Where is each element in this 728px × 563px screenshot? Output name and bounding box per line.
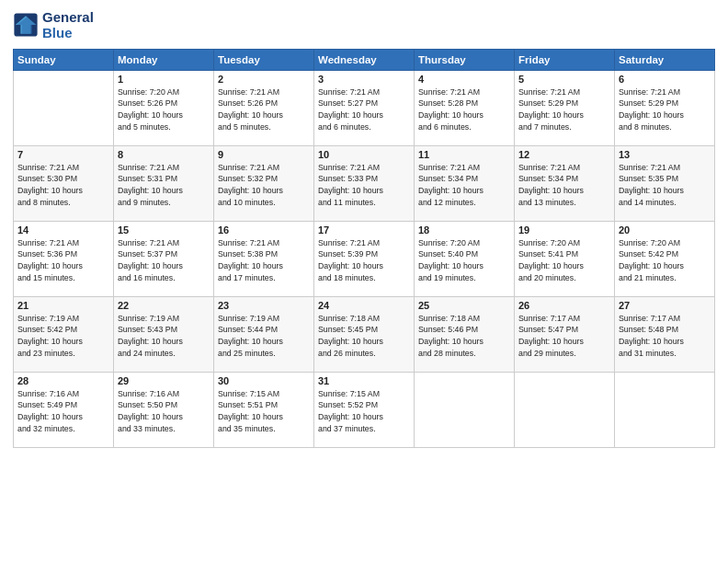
calendar-cell: 1Sunrise: 7:20 AM Sunset: 5:26 PM Daylig… <box>114 70 214 145</box>
day-info: Sunrise: 7:15 AM Sunset: 5:51 PM Dayligh… <box>218 388 310 435</box>
calendar-cell: 4Sunrise: 7:21 AM Sunset: 5:28 PM Daylig… <box>415 70 515 145</box>
calendar-week-5: 28Sunrise: 7:16 AM Sunset: 5:49 PM Dayli… <box>14 372 715 447</box>
calendar-cell <box>515 372 615 447</box>
day-info: Sunrise: 7:18 AM Sunset: 5:46 PM Dayligh… <box>418 313 510 360</box>
calendar-cell: 27Sunrise: 7:17 AM Sunset: 5:48 PM Dayli… <box>615 296 715 372</box>
day-number: 1 <box>118 74 210 85</box>
day-info: Sunrise: 7:19 AM Sunset: 5:44 PM Dayligh… <box>218 313 310 360</box>
logo-text: General Blue <box>42 9 94 41</box>
calendar-cell: 31Sunrise: 7:15 AM Sunset: 5:52 PM Dayli… <box>314 372 415 447</box>
calendar-cell <box>14 70 114 145</box>
calendar-cell: 9Sunrise: 7:21 AM Sunset: 5:32 PM Daylig… <box>214 145 314 221</box>
calendar-cell: 24Sunrise: 7:18 AM Sunset: 5:45 PM Dayli… <box>314 296 415 372</box>
day-info: Sunrise: 7:21 AM Sunset: 5:35 PM Dayligh… <box>619 162 711 209</box>
page-header: General Blue <box>13 9 715 41</box>
logo: General Blue <box>13 9 94 41</box>
calendar-body: 1Sunrise: 7:20 AM Sunset: 5:26 PM Daylig… <box>14 70 715 447</box>
calendar-cell: 28Sunrise: 7:16 AM Sunset: 5:49 PM Dayli… <box>14 372 114 447</box>
day-info: Sunrise: 7:21 AM Sunset: 5:39 PM Dayligh… <box>318 237 410 284</box>
calendar-cell: 22Sunrise: 7:19 AM Sunset: 5:43 PM Dayli… <box>114 296 214 372</box>
day-number: 16 <box>218 224 310 236</box>
day-number: 24 <box>318 300 410 311</box>
day-info: Sunrise: 7:21 AM Sunset: 5:29 PM Dayligh… <box>518 86 610 133</box>
day-number: 7 <box>17 149 109 160</box>
calendar-cell: 18Sunrise: 7:20 AM Sunset: 5:40 PM Dayli… <box>415 221 515 296</box>
day-info: Sunrise: 7:21 AM Sunset: 5:30 PM Dayligh… <box>17 162 109 209</box>
day-info: Sunrise: 7:17 AM Sunset: 5:47 PM Dayligh… <box>518 313 610 360</box>
day-number: 20 <box>619 224 711 236</box>
day-number: 3 <box>318 74 410 85</box>
calendar-cell: 29Sunrise: 7:16 AM Sunset: 5:50 PM Dayli… <box>114 372 214 447</box>
calendar-week-2: 7Sunrise: 7:21 AM Sunset: 5:30 PM Daylig… <box>14 145 715 221</box>
calendar-cell <box>415 372 515 447</box>
day-info: Sunrise: 7:21 AM Sunset: 5:38 PM Dayligh… <box>218 237 310 284</box>
calendar-cell: 10Sunrise: 7:21 AM Sunset: 5:33 PM Dayli… <box>314 145 415 221</box>
day-number: 4 <box>418 74 510 85</box>
day-info: Sunrise: 7:21 AM Sunset: 5:34 PM Dayligh… <box>418 162 510 209</box>
day-number: 22 <box>118 300 210 311</box>
header-friday: Friday <box>515 49 615 70</box>
calendar-cell <box>615 372 715 447</box>
calendar-cell: 23Sunrise: 7:19 AM Sunset: 5:44 PM Dayli… <box>214 296 314 372</box>
day-number: 26 <box>518 300 610 311</box>
day-info: Sunrise: 7:21 AM Sunset: 5:27 PM Dayligh… <box>318 86 410 133</box>
calendar-cell: 13Sunrise: 7:21 AM Sunset: 5:35 PM Dayli… <box>615 145 715 221</box>
day-info: Sunrise: 7:20 AM Sunset: 5:40 PM Dayligh… <box>418 237 510 284</box>
day-number: 28 <box>17 375 109 386</box>
day-info: Sunrise: 7:21 AM Sunset: 5:28 PM Dayligh… <box>418 86 510 133</box>
day-info: Sunrise: 7:21 AM Sunset: 5:34 PM Dayligh… <box>518 162 610 209</box>
calendar-cell: 20Sunrise: 7:20 AM Sunset: 5:42 PM Dayli… <box>615 221 715 296</box>
calendar-week-3: 14Sunrise: 7:21 AM Sunset: 5:36 PM Dayli… <box>14 221 715 296</box>
day-info: Sunrise: 7:21 AM Sunset: 5:37 PM Dayligh… <box>118 237 210 284</box>
calendar-cell: 12Sunrise: 7:21 AM Sunset: 5:34 PM Dayli… <box>515 145 615 221</box>
day-number: 31 <box>318 375 410 386</box>
day-info: Sunrise: 7:21 AM Sunset: 5:32 PM Dayligh… <box>218 162 310 209</box>
day-info: Sunrise: 7:21 AM Sunset: 5:29 PM Dayligh… <box>619 86 711 133</box>
day-number: 2 <box>218 74 310 85</box>
day-info: Sunrise: 7:18 AM Sunset: 5:45 PM Dayligh… <box>318 313 410 360</box>
day-number: 15 <box>118 224 210 236</box>
calendar-cell: 30Sunrise: 7:15 AM Sunset: 5:51 PM Dayli… <box>214 372 314 447</box>
day-number: 11 <box>418 149 510 160</box>
day-number: 18 <box>418 224 510 236</box>
day-number: 21 <box>17 300 109 311</box>
day-number: 8 <box>118 149 210 160</box>
day-number: 29 <box>118 375 210 386</box>
calendar-cell: 19Sunrise: 7:20 AM Sunset: 5:41 PM Dayli… <box>515 221 615 296</box>
day-number: 23 <box>218 300 310 311</box>
day-number: 19 <box>518 224 610 236</box>
header-tuesday: Tuesday <box>214 49 314 70</box>
day-number: 27 <box>619 300 711 311</box>
day-info: Sunrise: 7:16 AM Sunset: 5:50 PM Dayligh… <box>118 388 210 435</box>
calendar-cell: 11Sunrise: 7:21 AM Sunset: 5:34 PM Dayli… <box>415 145 515 221</box>
day-info: Sunrise: 7:20 AM Sunset: 5:41 PM Dayligh… <box>518 237 610 284</box>
day-number: 9 <box>218 149 310 160</box>
day-number: 6 <box>619 74 711 85</box>
calendar-cell: 14Sunrise: 7:21 AM Sunset: 5:36 PM Dayli… <box>14 221 114 296</box>
day-number: 30 <box>218 375 310 386</box>
calendar-cell: 21Sunrise: 7:19 AM Sunset: 5:42 PM Dayli… <box>14 296 114 372</box>
day-number: 5 <box>518 74 610 85</box>
calendar-cell: 25Sunrise: 7:18 AM Sunset: 5:46 PM Dayli… <box>415 296 515 372</box>
day-number: 10 <box>318 149 410 160</box>
day-info: Sunrise: 7:16 AM Sunset: 5:49 PM Dayligh… <box>17 388 109 435</box>
header-thursday: Thursday <box>415 49 515 70</box>
calendar-cell: 15Sunrise: 7:21 AM Sunset: 5:37 PM Dayli… <box>114 221 214 296</box>
day-info: Sunrise: 7:21 AM Sunset: 5:36 PM Dayligh… <box>17 237 109 284</box>
header-sunday: Sunday <box>14 49 114 70</box>
day-number: 14 <box>17 224 109 236</box>
day-info: Sunrise: 7:21 AM Sunset: 5:33 PM Dayligh… <box>318 162 410 209</box>
calendar-cell: 5Sunrise: 7:21 AM Sunset: 5:29 PM Daylig… <box>515 70 615 145</box>
day-info: Sunrise: 7:20 AM Sunset: 5:42 PM Dayligh… <box>619 237 711 284</box>
header-saturday: Saturday <box>615 49 715 70</box>
day-info: Sunrise: 7:19 AM Sunset: 5:43 PM Dayligh… <box>118 313 210 360</box>
header-monday: Monday <box>114 49 214 70</box>
day-number: 25 <box>418 300 510 311</box>
day-number: 17 <box>318 224 410 236</box>
calendar-week-1: 1Sunrise: 7:20 AM Sunset: 5:26 PM Daylig… <box>14 70 715 145</box>
calendar-week-4: 21Sunrise: 7:19 AM Sunset: 5:42 PM Dayli… <box>14 296 715 372</box>
day-info: Sunrise: 7:21 AM Sunset: 5:31 PM Dayligh… <box>118 162 210 209</box>
day-info: Sunrise: 7:21 AM Sunset: 5:26 PM Dayligh… <box>218 86 310 133</box>
day-info: Sunrise: 7:15 AM Sunset: 5:52 PM Dayligh… <box>318 388 410 435</box>
calendar-cell: 3Sunrise: 7:21 AM Sunset: 5:27 PM Daylig… <box>314 70 415 145</box>
